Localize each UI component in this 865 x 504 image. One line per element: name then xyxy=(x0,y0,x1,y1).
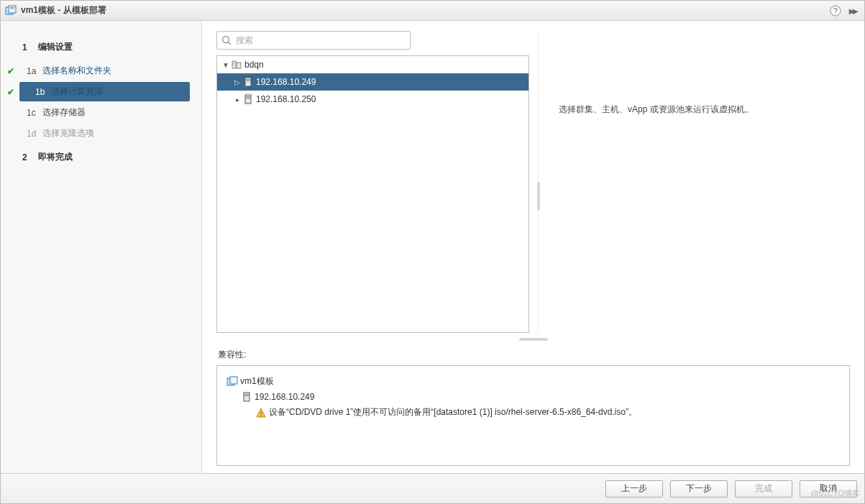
host-icon xyxy=(242,94,255,104)
check-icon: ✔ xyxy=(5,66,17,76)
search-input[interactable] xyxy=(234,35,406,46)
svg-point-5 xyxy=(223,37,229,43)
svg-text:!: ! xyxy=(260,411,262,418)
resource-tree[interactable]: ▼ bdqn ▷ 192.168.10.249 xyxy=(216,55,529,333)
step-ready-complete: 2 即将完成 xyxy=(1,147,201,168)
hint-text: 选择群集、主机、vApp 或资源池来运行该虚拟机。 xyxy=(559,104,754,114)
titlebar: vm1模板 - 从模板部署 ? ▸▸ xyxy=(1,1,864,21)
tree-node-datacenter[interactable]: ▼ bdqn xyxy=(217,56,528,73)
help-icon[interactable]: ? xyxy=(828,4,843,18)
step-select-clone-options: ✔ 1d 选择克隆选项 xyxy=(1,123,201,144)
svg-rect-7 xyxy=(232,61,236,68)
expand-icon[interactable]: ▷ xyxy=(233,78,242,86)
horizontal-splitter[interactable] xyxy=(216,337,850,342)
tree-node-host[interactable]: ▸ 192.168.10.250 xyxy=(217,91,528,108)
step-compute-resource[interactable]: 1b 选择计算资源 xyxy=(19,82,190,101)
warning-icon: ! xyxy=(253,408,269,418)
svg-line-6 xyxy=(229,42,232,45)
step-edit-settings: 1 编辑设置 xyxy=(1,37,201,58)
search-box[interactable] xyxy=(216,31,411,50)
svg-rect-18 xyxy=(230,377,237,384)
cancel-button[interactable]: 取消 xyxy=(800,480,857,498)
wizard-sidebar: 1 编辑设置 ✔ 1a 选择名称和文件夹 ✔ 1b 选择计算资源 ✔ 1c 选择… xyxy=(1,21,202,473)
compat-host-label: 192.168.10.249 xyxy=(255,392,314,402)
expand-icon[interactable]: ▸ xyxy=(233,96,242,104)
step-compute-row: ✔ 1b 选择计算资源 xyxy=(1,81,201,102)
svg-rect-9 xyxy=(233,63,234,63)
finish-button: 完成 xyxy=(735,480,792,498)
svg-rect-2 xyxy=(10,7,14,9)
compat-host-row: 192.168.10.249 xyxy=(224,390,842,404)
datacenter-icon xyxy=(230,60,243,70)
check-icon: ✔ xyxy=(5,87,17,97)
tree-node-host[interactable]: ▷ 192.168.10.249 xyxy=(217,73,528,91)
svg-rect-13 xyxy=(246,81,250,81)
svg-rect-19 xyxy=(244,393,250,401)
vm-template-icon xyxy=(224,376,240,388)
svg-rect-10 xyxy=(233,64,234,65)
next-button[interactable]: 下一步 xyxy=(670,480,728,498)
step-select-name[interactable]: ✔ 1a 选择名称和文件夹 xyxy=(1,60,201,81)
compat-warning-row: ! 设备“CD/DVD drive 1”使用不可访问的备用“[datastore… xyxy=(224,404,842,421)
svg-rect-1 xyxy=(9,6,16,13)
svg-rect-12 xyxy=(246,79,250,80)
svg-rect-21 xyxy=(244,395,249,396)
host-icon xyxy=(242,77,255,87)
svg-rect-11 xyxy=(245,78,251,86)
svg-rect-15 xyxy=(246,96,250,97)
svg-rect-14 xyxy=(245,95,251,104)
compatibility-label: 兼容性: xyxy=(218,349,850,361)
compat-vm-row: vm1模板 xyxy=(224,373,842,390)
host-icon xyxy=(239,392,255,402)
svg-text:?: ? xyxy=(833,7,838,15)
expand-icon[interactable]: ▸▸ xyxy=(846,4,860,18)
compatibility-panel: vm1模板 192.168.10.249 ! 设备“CD/DVD drive 1… xyxy=(216,365,850,466)
step-select-storage[interactable]: ✔ 1c 选择存储器 xyxy=(1,102,201,123)
search-icon xyxy=(221,35,232,45)
back-button[interactable]: 上一步 xyxy=(605,480,663,498)
vm-template-icon xyxy=(5,5,17,17)
svg-rect-20 xyxy=(244,394,249,395)
main-pane: ▼ bdqn ▷ 192.168.10.249 xyxy=(202,21,864,473)
collapse-icon[interactable]: ▼ xyxy=(221,61,230,69)
compat-vm-label: vm1模板 xyxy=(240,375,274,388)
window-title: vm1模板 - 从模板部署 xyxy=(21,4,106,17)
compat-warning-text: 设备“CD/DVD drive 1”使用不可访问的备用“[datastore1 … xyxy=(269,406,637,418)
svg-rect-8 xyxy=(237,63,241,68)
vertical-splitter[interactable] xyxy=(537,182,540,211)
svg-rect-16 xyxy=(246,98,250,98)
dialog-window: vm1模板 - 从模板部署 ? ▸▸ 1 编辑设置 ✔ 1a 选择名称和文件夹 … xyxy=(0,0,865,504)
hint-pane: 选择群集、主机、vApp 或资源池来运行该虚拟机。 xyxy=(538,31,850,333)
dialog-footer: 上一步 下一步 完成 取消 xyxy=(1,473,864,503)
